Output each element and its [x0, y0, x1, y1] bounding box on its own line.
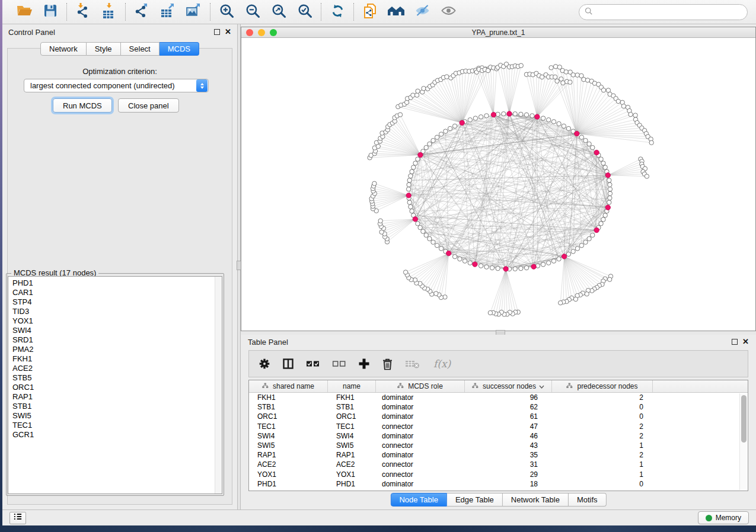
add-button[interactable] [358, 358, 370, 370]
mcds-result-item[interactable]: PHD1 [12, 278, 222, 288]
close-window-icon[interactable] [246, 29, 253, 36]
export-table-button[interactable] [159, 3, 177, 21]
cell-successor-nodes: 31 [465, 460, 552, 469]
import-network-button[interactable] [74, 3, 92, 21]
mcds-result-item[interactable]: TEC1 [12, 421, 222, 430]
tab-network[interactable]: Network [40, 42, 87, 56]
network-canvas[interactable] [241, 38, 755, 331]
cell-MCDS-role: connector [376, 422, 465, 431]
cell-predecessor-nodes: 0 [552, 480, 653, 488]
float-panel-icon[interactable] [214, 29, 220, 35]
mcds-result-item[interactable]: FKH1 [12, 354, 222, 364]
tab-style[interactable]: Style [87, 42, 121, 56]
status-bar: Memory [2, 509, 756, 525]
table-scrollbar-thumb[interactable] [741, 395, 747, 443]
task-history-button[interactable] [9, 512, 26, 524]
open-file-button[interactable] [15, 3, 33, 21]
minimize-window-icon[interactable] [258, 29, 265, 36]
export-image-button[interactable] [185, 3, 203, 21]
table-row[interactable]: ACE2ACE2connector311 [249, 460, 748, 469]
cell-MCDS-role: dominator [376, 451, 465, 459]
control-panel-tabs: NetworkStyleSelectMCDS [40, 42, 199, 56]
table-row[interactable]: STB1STB1dominator620 [249, 402, 748, 412]
run-mcds-button[interactable]: Run MCDS [53, 98, 112, 113]
network-window-titlebar[interactable]: YPA_prune.txt_1 [241, 27, 755, 38]
tab-select[interactable]: Select [121, 42, 160, 56]
close-panel-icon[interactable]: ✕ [225, 29, 231, 35]
table-scrollbar[interactable] [739, 393, 747, 490]
maximize-window-icon[interactable] [270, 29, 277, 36]
mcds-result-item[interactable]: TID3 [12, 307, 222, 316]
float-table-panel-icon[interactable] [732, 339, 738, 345]
mcds-result-item[interactable]: PMA2 [12, 345, 222, 354]
column-header-name[interactable]: name [328, 380, 376, 392]
table-row[interactable]: ORC1ORC1dominator610 [249, 412, 748, 421]
mcds-result-item[interactable]: YOX1 [12, 316, 222, 326]
network-graph[interactable] [241, 38, 755, 331]
cell-successor-nodes: 18 [465, 480, 552, 488]
cell-shared-name: SWI4 [249, 432, 328, 440]
tree-icon [566, 382, 573, 390]
table-row[interactable]: FKH1FKH1dominator962 [249, 393, 748, 402]
deselect-all-button[interactable] [332, 359, 346, 368]
tab-mcds[interactable]: MCDS [160, 42, 199, 56]
delete-button[interactable] [382, 358, 393, 370]
mcds-result-item[interactable]: CAR1 [12, 288, 222, 297]
table-row[interactable]: RAP1RAP1dominator352 [249, 450, 748, 460]
settings-button[interactable] [259, 358, 270, 370]
mcds-result-item[interactable]: STP4 [12, 297, 222, 307]
network-window: YPA_prune.txt_1 [241, 27, 756, 331]
mcds-result-item[interactable]: SWI5 [12, 411, 222, 421]
table-tab-edge-table[interactable]: Edge Table [447, 493, 503, 507]
table-row[interactable]: SWI4SWI4dominator462 [249, 431, 748, 441]
table-row[interactable]: SWI5SWI5connector431 [249, 441, 748, 450]
cell-shared-name: ACE2 [249, 460, 328, 469]
column-header-MCDS-role[interactable]: MCDS role [376, 380, 465, 392]
show-all-button[interactable] [439, 3, 457, 21]
table-row[interactable]: TEC1TEC1connector472 [249, 422, 748, 431]
result-list-scrollbar[interactable] [215, 277, 222, 493]
first-neighbors-button[interactable] [387, 3, 405, 21]
mcds-result-item[interactable]: STB1 [12, 402, 222, 411]
export-network-button[interactable] [133, 3, 151, 21]
column-header-shared-name[interactable]: shared name [249, 380, 328, 392]
zoom-in-button[interactable] [218, 3, 235, 21]
cell-shared-name: ORC1 [249, 412, 328, 421]
mcds-result-item[interactable]: GCR1 [12, 430, 222, 440]
dropdown-stepper-icon [196, 79, 208, 92]
table-tab-node-table[interactable]: Node Table [390, 493, 447, 507]
zoom-selected-button[interactable] [296, 3, 314, 21]
cell-MCDS-role: connector [376, 441, 465, 450]
close-table-panel-icon[interactable]: ✕ [742, 339, 749, 345]
cell-shared-name: STB1 [249, 403, 328, 411]
search-field[interactable] [596, 7, 747, 18]
memory-button[interactable]: Memory [698, 511, 749, 524]
mcds-result-list[interactable]: PHD1CAR1STP4TID3YOX1SWI4SRD1PMA2FKH1ACE2… [8, 276, 222, 494]
close-panel-button[interactable]: Close panel [118, 98, 179, 113]
columns-button[interactable] [282, 358, 294, 370]
mcds-result-item[interactable]: SRD1 [12, 335, 222, 345]
zoom-out-button[interactable] [244, 3, 261, 21]
select-all-button[interactable] [306, 359, 320, 368]
table-tab-motifs[interactable]: Motifs [569, 493, 607, 507]
zoom-out-icon [245, 4, 260, 20]
table-tab-network-table[interactable]: Network Table [503, 493, 569, 507]
cell-predecessor-nodes: 2 [552, 451, 653, 459]
criterion-dropdown[interactable]: largest connected component (undirected) [24, 79, 209, 92]
zoom-fit-button[interactable] [270, 3, 288, 21]
table-row[interactable]: PHD1PHD1dominator180 [249, 479, 748, 489]
search-input[interactable] [579, 4, 748, 20]
column-header-successor-nodes[interactable]: successor nodes [465, 380, 552, 392]
refresh-button[interactable] [328, 3, 346, 21]
column-header-predecessor-nodes[interactable]: predecessor nodes [552, 380, 653, 392]
import-table-button[interactable] [100, 3, 118, 21]
mcds-result-item[interactable]: SWI4 [12, 326, 222, 335]
mcds-result-item[interactable]: STB5 [12, 373, 222, 383]
duplicate-network-button[interactable] [361, 3, 379, 21]
mcds-result-item[interactable]: RAP1 [12, 392, 222, 402]
save-session-button[interactable] [42, 3, 59, 21]
mcds-result-item[interactable]: ACE2 [12, 364, 222, 373]
table-row[interactable]: YOX1YOX1connector291 [249, 470, 748, 479]
hide-selected-button[interactable] [413, 3, 431, 21]
mcds-result-item[interactable]: ORC1 [12, 383, 222, 392]
